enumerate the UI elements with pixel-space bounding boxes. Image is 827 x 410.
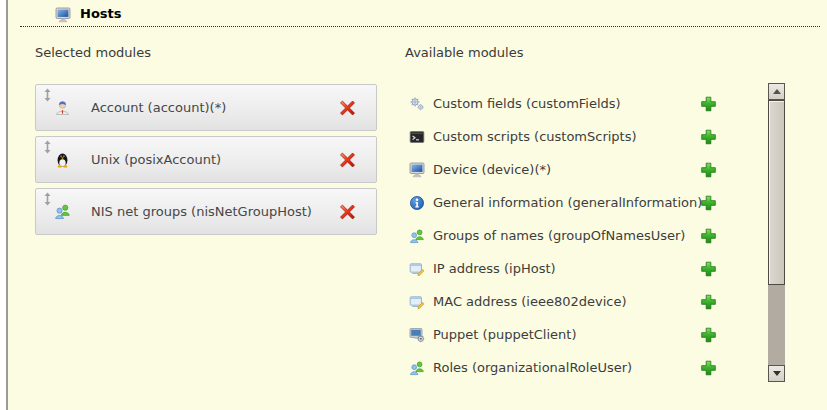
- add-module-button[interactable]: [700, 227, 717, 244]
- up-arrow-icon: [773, 89, 781, 94]
- selected-modules-list: Account (account)(*) Unix (posixAccount)…: [35, 84, 377, 240]
- account-icon: [54, 99, 71, 116]
- add-module-button[interactable]: [700, 128, 717, 145]
- module-label: Account (account)(*): [91, 100, 226, 115]
- module-label: Unix (posixAccount): [91, 152, 221, 167]
- scrollbar-thumb[interactable]: [768, 100, 785, 285]
- selected-module-row[interactable]: Account (account)(*): [35, 84, 377, 131]
- drag-icon[interactable]: [43, 140, 52, 154]
- add-module-button[interactable]: [700, 293, 717, 310]
- computer-edit-icon: [409, 294, 425, 310]
- group-icon: [54, 203, 71, 220]
- available-module-row: Roles (organizationalRoleUser): [407, 351, 743, 384]
- module-label: Roles (organizationalRoleUser): [433, 360, 632, 375]
- module-label: Custom scripts (customScripts): [433, 129, 637, 144]
- available-module-row: Device (device)(*): [407, 153, 743, 186]
- add-module-button[interactable]: [700, 359, 717, 376]
- remove-module-button[interactable]: [339, 203, 356, 220]
- selected-module-row[interactable]: Unix (posixAccount): [35, 136, 377, 183]
- drag-icon[interactable]: [43, 88, 52, 102]
- computer-edit-icon: [409, 261, 425, 277]
- available-module-row: Custom scripts (customScripts): [407, 120, 743, 153]
- selected-modules-label: Selected modules: [35, 45, 151, 60]
- add-module-button[interactable]: [700, 95, 717, 112]
- puppet-icon: [409, 327, 425, 343]
- add-module-button[interactable]: [700, 260, 717, 277]
- drag-icon[interactable]: [43, 192, 52, 206]
- scrollbar-up-button[interactable]: [768, 83, 785, 100]
- selected-module-row[interactable]: NIS net groups (nisNetGroupHost): [35, 188, 377, 235]
- section-header: Hosts: [20, 0, 820, 27]
- add-module-button[interactable]: [700, 194, 717, 211]
- available-module-row: Custom fields (customFields): [407, 87, 743, 120]
- available-module-row: General information (generalInformation): [407, 186, 743, 219]
- monitor-icon: [55, 7, 71, 23]
- scrollbar-down-button[interactable]: [768, 365, 785, 382]
- scrollbar[interactable]: [768, 83, 785, 382]
- terminal-icon: [409, 129, 425, 145]
- available-modules-list: Custom fields (customFields) Custom scri…: [407, 87, 743, 384]
- tux-icon: [54, 151, 71, 168]
- module-label: IP address (ipHost): [433, 261, 556, 276]
- module-label: Device (device)(*): [433, 162, 551, 177]
- module-label: Puppet (puppetClient): [433, 327, 576, 342]
- page-title: Hosts: [80, 6, 122, 21]
- group-icon: [409, 228, 425, 244]
- available-module-row: Groups of names (groupOfNamesUser): [407, 219, 743, 252]
- module-label: General information (generalInformation): [433, 195, 702, 210]
- available-module-row: IP address (ipHost): [407, 252, 743, 285]
- available-module-row: Puppet (puppetClient): [407, 318, 743, 351]
- monitor-icon: [409, 162, 425, 178]
- remove-module-button[interactable]: [339, 151, 356, 168]
- available-module-row: MAC address (ieee802device): [407, 285, 743, 318]
- gears-icon: [409, 96, 425, 112]
- module-label: MAC address (ieee802device): [433, 294, 627, 309]
- info-icon: [409, 195, 425, 211]
- module-selection-page: Hosts Selected modules Available modules…: [0, 0, 827, 410]
- available-modules-label: Available modules: [405, 45, 523, 60]
- group-icon: [409, 360, 425, 376]
- down-arrow-icon: [773, 371, 781, 376]
- add-module-button[interactable]: [700, 161, 717, 178]
- remove-module-button[interactable]: [339, 99, 356, 116]
- module-label: Groups of names (groupOfNamesUser): [433, 228, 685, 243]
- module-label: NIS net groups (nisNetGroupHost): [91, 204, 312, 219]
- add-module-button[interactable]: [700, 326, 717, 343]
- module-label: Custom fields (customFields): [433, 96, 621, 111]
- content-panel: Hosts Selected modules Available modules…: [6, 0, 827, 410]
